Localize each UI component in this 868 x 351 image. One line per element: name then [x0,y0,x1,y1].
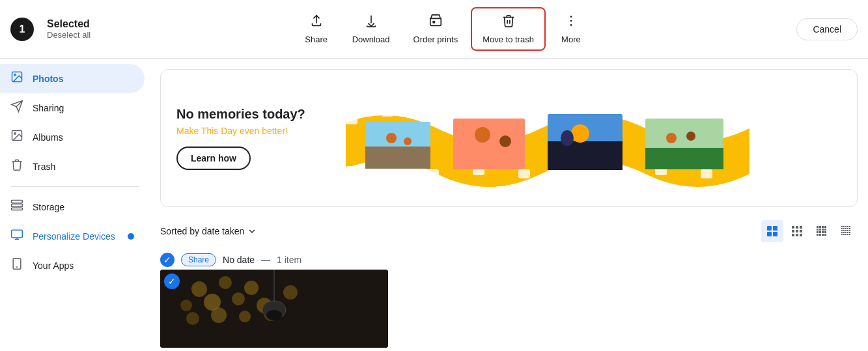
svg-rect-95 [845,232,847,233]
svg-rect-89 [843,230,845,231]
svg-point-105 [219,276,232,289]
svg-rect-66 [817,229,819,231]
order-prints-label: Order prints [413,35,458,44]
sidebar-item-photos[interactable]: Photos [0,64,145,93]
svg-rect-61 [800,234,802,236]
film-strip-svg [346,83,789,193]
count-label: 1 item [277,255,301,265]
svg-rect-59 [792,234,794,236]
order-prints-button[interactable]: Order prints [403,8,469,49]
svg-rect-62 [817,226,819,228]
download-button[interactable]: Download [342,8,400,49]
svg-point-112 [186,312,199,325]
svg-rect-10 [12,208,23,210]
sidebar-your-apps-label: Your Apps [33,260,74,271]
svg-rect-85 [845,228,847,229]
sidebar-sharing-label: Sharing [33,103,64,113]
albums-icon [10,129,23,145]
svg-rect-11 [12,230,23,238]
deselect-all-link[interactable]: Deselect all [47,30,91,40]
svg-point-114 [239,311,251,322]
view-medium-button[interactable] [786,220,808,242]
svg-rect-42 [548,141,623,170]
svg-point-111 [283,285,298,300]
download-icon [364,14,378,32]
sorted-bar: Sorted by date taken [150,215,868,247]
selected-info: 1 Selected Deselect all [10,18,91,41]
svg-point-36 [386,133,397,143]
photo-thumbnail [160,270,388,348]
learn-how-button[interactable]: Learn how [176,147,251,170]
svg-rect-74 [817,234,819,236]
banner-title: No memories today? [176,107,346,122]
svg-rect-71 [819,231,821,233]
svg-rect-98 [841,234,843,235]
order-prints-icon [428,14,443,32]
svg-point-43 [571,124,589,143]
svg-rect-17 [382,107,393,117]
svg-rect-65 [824,226,826,228]
view-options [761,220,858,242]
move-to-trash-button[interactable]: Move to trash [471,7,546,51]
svg-rect-83 [841,228,843,229]
share-badge[interactable]: Share [181,253,216,266]
photos-icon [10,70,23,87]
cancel-button[interactable]: Cancel [796,18,858,40]
film-strip-area [346,83,841,193]
svg-rect-100 [845,234,847,235]
selected-title: Selected [47,18,91,30]
svg-point-0 [433,21,435,23]
svg-rect-63 [819,226,821,228]
move-to-trash-label: Move to trash [483,35,534,44]
svg-rect-68 [822,229,824,231]
svg-rect-8 [12,201,23,203]
svg-point-118 [266,310,282,320]
sidebar-item-your-apps[interactable]: Your Apps [0,251,145,280]
date-header: ✓ Share No date — 1 item [160,247,858,270]
view-large-button[interactable] [761,220,783,242]
banner-subtitle: Make This Day even better! [176,126,346,136]
svg-rect-84 [843,228,845,229]
more-icon [564,14,578,32]
selected-count-circle: 1 [10,18,34,41]
sort-control[interactable]: Sorted by date taken [160,226,257,236]
personalize-badge [128,233,134,240]
group-check[interactable]: ✓ [160,253,175,267]
sidebar-item-personalize-devices[interactable]: Personalize Devices [0,221,145,251]
svg-rect-29 [518,169,530,178]
sidebar-item-trash[interactable]: Trash [0,152,145,181]
svg-rect-50 [773,226,777,231]
more-button[interactable]: More [548,8,594,49]
svg-rect-92 [849,230,850,231]
view-medium-icon [791,225,803,237]
svg-point-40 [499,135,511,147]
view-xsmall-button[interactable] [835,220,858,242]
svg-rect-69 [824,229,826,231]
sharing-icon [10,100,23,116]
svg-rect-54 [796,226,798,229]
view-large-icon [766,225,778,237]
photo-item[interactable]: ✓ [160,270,388,348]
svg-rect-53 [792,226,794,229]
photo-check[interactable]: ✓ [164,274,180,289]
svg-rect-35 [365,147,430,169]
sidebar-item-storage[interactable]: Storage [0,192,145,221]
banner-text: No memories today? Make This Day even be… [176,107,346,170]
svg-rect-101 [847,234,848,235]
svg-rect-26 [382,173,393,182]
svg-rect-81 [847,226,848,227]
sidebar-trash-label: Trash [33,161,55,172]
date-group: ✓ Share No date — 1 item ✓ [150,247,868,348]
svg-point-5 [14,74,16,76]
sidebar: Photos Sharing Albums [0,59,150,351]
sidebar-trash-icon [10,158,23,175]
svg-point-39 [475,127,490,143]
svg-rect-18 [427,112,439,121]
sidebar-item-albums[interactable]: Albums [0,122,145,152]
svg-rect-30 [564,173,576,182]
svg-rect-46 [645,148,723,169]
sidebar-item-sharing[interactable]: Sharing [0,93,145,122]
view-small-button[interactable] [811,220,833,242]
share-button[interactable]: Share [294,8,339,49]
personalize-devices-icon [10,228,23,244]
